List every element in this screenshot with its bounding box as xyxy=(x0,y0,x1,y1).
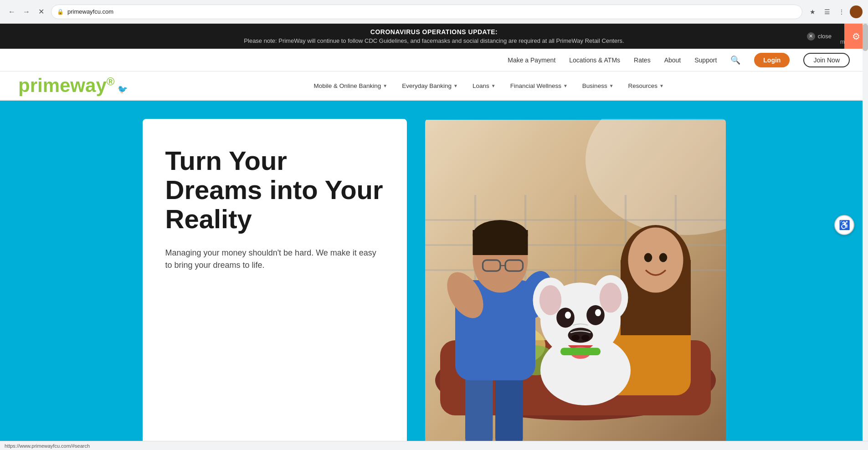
svg-point-40 xyxy=(581,335,590,341)
hero-image xyxy=(425,119,726,450)
hero-section: Turn Your Dreams into Your Reality Manag… xyxy=(0,101,868,450)
svg-point-47 xyxy=(548,368,583,393)
nav-link-about[interactable]: About xyxy=(664,56,681,64)
bookmark-star-button[interactable]: ★ xyxy=(806,5,819,18)
top-navigation: Make a Payment Locations & ATMs Rates Ab… xyxy=(0,49,868,72)
search-button[interactable]: 🔍 xyxy=(730,55,740,65)
nav-link-locations-atms[interactable]: Locations & ATMs xyxy=(569,56,620,64)
svg-point-44 xyxy=(565,312,570,318)
browser-chrome: ← → ✕ 🔒 primewayfcu.com ★ ☰ ⋮ xyxy=(0,0,868,24)
nav-financial-wellness[interactable]: Financial Wellness ▼ xyxy=(503,79,575,93)
nav-link-rates[interactable]: Rates xyxy=(634,56,651,64)
svg-point-42 xyxy=(556,308,575,328)
alert-title: CORONAVIRUS OPERATIONS UPDATE: xyxy=(370,28,498,36)
scrollbar-thumb[interactable] xyxy=(863,24,868,51)
chevron-down-icon: ▼ xyxy=(491,83,496,88)
logo[interactable]: primeway® 🐦 xyxy=(18,76,128,95)
svg-point-31 xyxy=(659,253,667,262)
logo-bird-icon: 🐦 xyxy=(115,85,128,94)
main-navigation: Mobile & Online Banking ▼ Everyday Banki… xyxy=(128,79,850,93)
chevron-down-icon: ▼ xyxy=(609,83,614,88)
back-button[interactable]: ← xyxy=(5,5,18,18)
profile-button[interactable] xyxy=(850,5,863,18)
alert-banner: CORONAVIRUS OPERATIONS UPDATE: Please no… xyxy=(0,24,868,49)
nav-everyday-banking[interactable]: Everyday Banking ▼ xyxy=(395,79,465,93)
extensions-button[interactable]: ☰ xyxy=(821,5,833,18)
login-button[interactable]: Login xyxy=(754,53,790,67)
hero-text-card: Turn Your Dreams into Your Reality Manag… xyxy=(143,119,407,450)
accessibility-button[interactable]: ♿ xyxy=(834,215,854,235)
hero-scene-svg xyxy=(425,119,726,450)
reload-button[interactable]: ✕ xyxy=(35,5,47,18)
svg-point-30 xyxy=(644,253,652,262)
svg-point-43 xyxy=(586,305,605,325)
svg-point-29 xyxy=(628,228,683,293)
chevron-down-icon: ▼ xyxy=(659,83,664,88)
status-bar: https://www.primewayfcu.com/#search xyxy=(0,441,868,450)
alert-close-button[interactable]: ✕ close xyxy=(807,32,832,41)
browser-actions: ★ ☰ ⋮ xyxy=(806,5,863,18)
nav-loans[interactable]: Loans ▼ xyxy=(465,79,503,93)
svg-point-48 xyxy=(588,365,623,390)
address-bar[interactable]: 🔒 primewayfcu.com xyxy=(51,5,802,19)
hero-content: Turn Your Dreams into Your Reality Manag… xyxy=(115,101,753,450)
alert-body: Please note: PrimeWay will continue to f… xyxy=(244,37,624,44)
hero-title: Turn Your Dreams into Your Reality xyxy=(165,146,384,233)
nav-link-make-payment[interactable]: Make a Payment xyxy=(508,56,555,64)
svg-point-45 xyxy=(595,309,601,316)
svg-point-38 xyxy=(568,328,593,343)
browser-nav-buttons: ← → ✕ xyxy=(5,5,47,18)
nav-link-support[interactable]: Support xyxy=(694,56,717,64)
url-text: primewayfcu.com xyxy=(67,8,113,15)
logo-text: primeway® 🐦 xyxy=(18,75,128,96)
close-icon: ✕ xyxy=(807,32,815,41)
nav-mobile-online-banking[interactable]: Mobile & Online Banking ▼ xyxy=(306,79,395,93)
nav-resources[interactable]: Resources ▼ xyxy=(621,79,671,93)
svg-rect-20 xyxy=(473,230,528,255)
svg-rect-46 xyxy=(560,348,601,356)
chevron-down-icon: ▼ xyxy=(563,83,568,88)
join-now-button[interactable]: Join Now xyxy=(803,53,850,67)
hero-subtitle: Managing your money shouldn't be hard. W… xyxy=(165,247,384,271)
status-url: https://www.primewayfcu.com/#search xyxy=(5,443,90,449)
chevron-down-icon: ▼ xyxy=(453,83,458,88)
close-label: close xyxy=(818,33,832,40)
svg-point-36 xyxy=(539,285,561,315)
nav-business[interactable]: Business ▼ xyxy=(575,79,621,93)
lock-icon: 🔒 xyxy=(57,9,64,15)
svg-point-37 xyxy=(599,283,621,313)
forward-button[interactable]: → xyxy=(20,5,33,18)
more-button[interactable]: ⋮ xyxy=(835,5,848,18)
main-header: primeway® 🐦 Mobile & Online Banking ▼ Ev… xyxy=(0,72,868,101)
scrollbar-track xyxy=(863,24,868,441)
accessibility-icon: ♿ xyxy=(839,220,850,230)
chevron-down-icon: ▼ xyxy=(383,83,387,88)
svg-point-39 xyxy=(571,335,580,341)
logo-area[interactable]: primeway® 🐦 xyxy=(18,76,128,95)
